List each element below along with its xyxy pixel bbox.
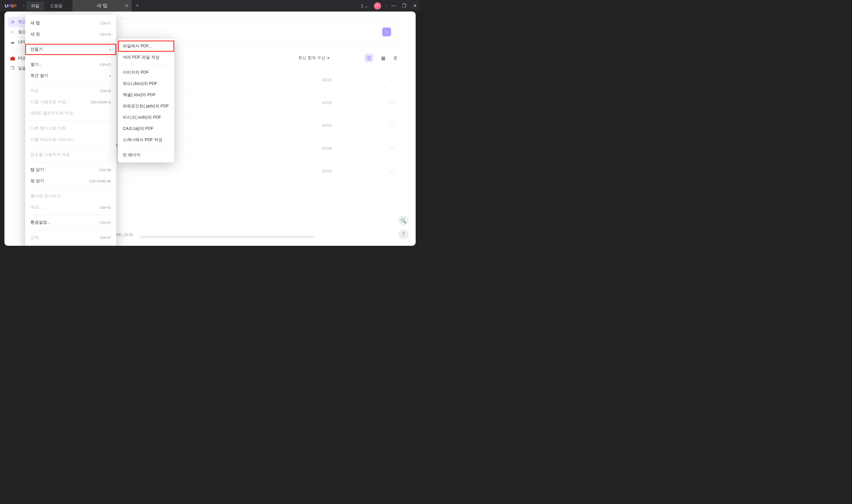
file-row[interactable]: scanned-pdf ⧉2/2|2.43 MB 07/24 ⋯ (67, 160, 398, 182)
menu-item-label: 열기... (31, 62, 42, 67)
menu-item-label: 속성... (31, 205, 42, 210)
list-toolbar: 최신 항목 우선 ▾ ☰ ▦ 🗑 (67, 54, 398, 62)
star-icon: ☆ (10, 29, 15, 35)
minimize-icon[interactable]: — (388, 3, 399, 8)
file-row[interactable]: 07/25 ⋯ (67, 91, 398, 114)
open-file-dropzone[interactable]: 파일 열기 여 오픈하세요. › (67, 19, 398, 45)
menu-item-label: UPDF 클라우드에 저장 (31, 111, 73, 116)
submenu-item[interactable]: 파워포인트(.pptx)의 PDF (118, 101, 174, 112)
menu-item-shortcut: Ctrl+P (100, 235, 111, 240)
menu-item[interactable]: 탭 닫기Ctrl+W (25, 164, 116, 175)
open-button[interactable]: › (382, 28, 391, 36)
close-window-icon[interactable]: ✕ (410, 3, 420, 8)
file-date: 07/24 (322, 169, 387, 173)
file-date: 07/25 (322, 123, 387, 128)
storage-progress (140, 236, 314, 238)
tab-new[interactable]: 새 탭 ✕ (72, 0, 132, 12)
menu-item: 다음 대상으로 내보내기 (25, 134, 116, 145)
menu-item-shortcut: Ctrl+Shift+S (90, 100, 111, 104)
file-date: 07/24 (322, 146, 387, 150)
help-button[interactable]: ? (398, 229, 409, 239)
separator (29, 57, 113, 57)
menu-item: 인쇄...Ctrl+P (25, 232, 116, 243)
file-menu: 새 탭Ctrl+T새 창Ctrl+N만들기›열기...Ctrl+O최근 열기›저… (25, 15, 116, 246)
create-submenu: 파일에서 PDF...여러 PDF 파일 작성이미지의 PDF워드(.docx)… (118, 39, 174, 162)
separator (29, 83, 113, 84)
briefcase-icon: 🧰 (10, 56, 15, 61)
menu-item-shortcut: Ctrl+D (100, 205, 111, 210)
file-row[interactable]: 07/25 ⋯ (67, 114, 398, 137)
menu-item[interactable]: 환경설정...Ctrl+K (25, 217, 116, 228)
maximize-icon[interactable]: ❐ (399, 3, 410, 8)
separator (121, 65, 171, 65)
file-row[interactable]: scanned-pdf_OCR ⧉1/2|561.12 KB 07/24 ⋯ (67, 137, 398, 160)
menu-item[interactable]: 만들기› (25, 44, 116, 55)
file-more-button[interactable]: ⋯ (387, 145, 397, 151)
menu-file[interactable]: 파일 (26, 1, 44, 10)
menu-item-shortcut: Ctrl+S (100, 89, 111, 93)
cloud-icon: ☁ (10, 39, 15, 45)
separator (29, 147, 113, 147)
file-more-button[interactable]: ⋯ (387, 168, 397, 174)
separator: | (23, 3, 24, 8)
separator (29, 42, 113, 42)
clock-icon: ◔ (10, 19, 15, 24)
menu-item[interactable]: 새 창Ctrl+N (25, 29, 116, 40)
separator (29, 230, 113, 230)
submenu-item[interactable]: 워드(.docx)의 PDF (118, 78, 174, 89)
file-list: 07/25 ⋯ 07/25 ⋯ 07/25 ⋯ scanned-pdf_OCR … (67, 69, 398, 182)
search-button[interactable]: 🔍 (398, 216, 409, 226)
menu-item-label: 최근 열기 (31, 73, 48, 78)
storage-bar: 18.53 MB | 20.00 GB (106, 233, 314, 241)
menu-item[interactable]: 새 탭Ctrl+T (25, 17, 116, 29)
file-row[interactable]: 07/25 ⋯ (67, 69, 398, 91)
sort-select[interactable]: 최신 항목 우선 ▾ (298, 55, 329, 61)
menu-item: 암호를 사용하여 보호 (25, 149, 116, 160)
submenu-item[interactable]: 빈 페이지 (118, 149, 174, 161)
submenu-item[interactable]: 비시오(.vsdx)의 PDF (118, 112, 174, 123)
menu-item-shortcut: Ctrl+Shift+W (89, 179, 111, 183)
view-list-button[interactable]: ☰ (365, 54, 373, 62)
menu-item: 저장Ctrl+S (25, 85, 116, 96)
new-tab-button[interactable]: + (132, 3, 143, 9)
file-more-button[interactable]: ⋯ (387, 100, 397, 106)
menu-item: UPDF 클라우드에 저장 (25, 108, 116, 119)
app-logo: UPDF (0, 3, 22, 8)
separator (29, 121, 113, 121)
menu-item-label: 환경설정... (31, 220, 51, 225)
chevron-down-icon: ▾ (327, 56, 329, 60)
file-date: 07/25 (322, 78, 387, 82)
submenu-item[interactable]: 이미지의 PDF (118, 67, 174, 78)
submenu-item[interactable]: CAJ(.caj)의 PDF (118, 123, 174, 134)
separator (29, 245, 113, 245)
avatar[interactable]: T (374, 2, 381, 10)
menu-item-shortcut: Ctrl+K (100, 220, 111, 225)
menu-item-shortcut: Ctrl+N (100, 32, 111, 37)
menu-item-label: 폴더에 표시하기 (31, 194, 61, 199)
delete-button[interactable]: 🗑 (393, 55, 398, 61)
question-icon: ? (402, 232, 405, 237)
menu-item[interactable]: 최근 열기› (25, 70, 116, 81)
file-date: 07/25 (322, 101, 387, 105)
separator (121, 147, 171, 148)
file-more-button[interactable]: ⋯ (387, 77, 397, 83)
menu-help[interactable]: 도움말 (45, 1, 67, 10)
menu-item[interactable]: 열기...Ctrl+O (25, 59, 116, 70)
menu-item[interactable]: 창 닫기Ctrl+Shift+W (25, 175, 116, 187)
file-more-button[interactable]: ⋯ (387, 123, 397, 128)
chevron-right-icon: › (109, 47, 111, 52)
separator (29, 188, 113, 189)
menu-item-label: 새 창 (31, 32, 40, 37)
close-icon[interactable]: ✕ (125, 3, 129, 8)
submenu-item[interactable]: 스캐너에서 PDF 작성 (118, 134, 174, 145)
tab-count[interactable]: 1 ⌄ (361, 3, 368, 8)
submenu-item[interactable]: 엑셀(.xlsx)의 PDF (118, 89, 174, 101)
submenu-item[interactable]: 여러 PDF 파일 작성 (118, 52, 174, 63)
menu-item-label: 다른 형식으로 저장 (31, 126, 66, 131)
menu-item-label: 만들기 (31, 47, 43, 52)
view-grid-button[interactable]: ▦ (379, 54, 387, 62)
menu-item-label: 다름 이름으로 저장... (31, 100, 69, 105)
app-body: ◔ 최근 ☆ 별표 ☁ UPD 🧰 PDF ❒ 일괄 파일 열기 여 오픈하세요… (4, 12, 416, 246)
menu-item-label: 새 탭 (31, 20, 40, 26)
submenu-item[interactable]: 파일에서 PDF... (118, 40, 174, 52)
